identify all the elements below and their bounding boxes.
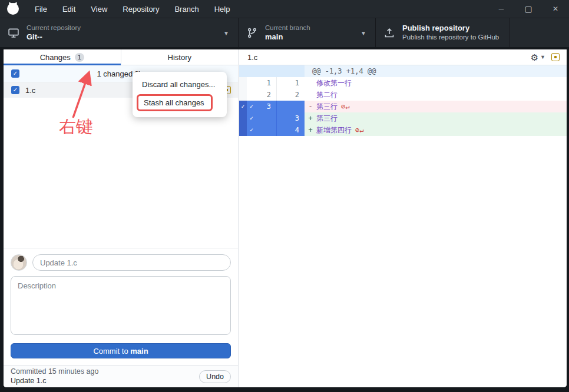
diff-code-text: 修改第一行 [316,77,352,89]
diff-hunk-header: @@ -1,3 +1,4 @@ [239,65,567,77]
diff-line-1: 11修改第一行 [239,77,567,89]
old-line-number: ✓ [247,124,276,136]
tab-changes[interactable]: Changes 1 [4,49,121,65]
diff-sign [305,89,316,101]
old-line-number: ✓3 [247,101,276,112]
file-checkbox[interactable]: ✓ [11,86,19,94]
diff-code-text: 第二行 [316,89,338,101]
old-line-number: 2 [247,89,276,101]
menu-view[interactable]: View [83,0,115,18]
repository-label: Current repository [27,24,81,32]
new-line-number: 4 [276,124,305,136]
commit-composer: Commit to main [4,248,238,358]
changes-count-badge: 1 [75,53,84,62]
toolbar: Current repository Git-- ▼ Current branc… [0,18,569,47]
old-line-number-value: 1 [267,77,276,89]
branch-name: main [265,32,310,42]
no-newline-marker-icon: ⊘↵ [341,101,349,112]
diff-line-5[interactable]: ✓4+新增第四行⊘↵ [239,124,567,136]
modified-status-icon [551,53,560,61]
current-repository-button[interactable]: Current repository Git-- ▼ [0,18,239,47]
repository-name: Git-- [27,32,81,42]
old-line-number: 1 [247,77,276,89]
old-line-number-value: 3 [267,101,276,112]
diff-line-4[interactable]: ✓3+第三行 [239,112,567,124]
undo-button[interactable]: Undo [199,370,231,383]
new-line-number: 3 [276,112,305,124]
context-menu-item-0[interactable]: Discard all changes... [133,77,227,92]
publish-title: Publish repository [402,24,499,33]
menu-help[interactable]: Help [207,0,238,18]
diff-sign: + [305,112,316,124]
upload-icon [383,27,395,39]
undo-commit-bar: Committed 15 minutes ago Update 1.c Undo [4,365,238,387]
user-avatar [11,254,27,271]
diff-line-content: +新增第四行⊘↵ [305,124,567,136]
diff-code-text: 第三行 [316,101,338,112]
diff-file-name: 1.c [247,53,257,62]
diff-code-text: 第三行 [316,112,338,124]
new-line-number: 1 [276,77,305,89]
new-line-number-value: 4 [295,124,305,136]
hunk-header-text: @@ -1,3 +1,4 @@ [305,65,567,77]
old-line-number-value [271,112,276,124]
gear-icon[interactable]: ⚙ [531,53,538,62]
line-select-stripe[interactable]: ✓ [239,101,247,112]
menu-edit[interactable]: Edit [55,0,83,18]
git-branch-icon [246,27,258,39]
diff-line-content: 修改第一行 [305,77,567,89]
old-line-number-value [271,124,276,136]
commit-status-text: Committed 15 minutes ago [11,367,98,377]
context-menu-item-1[interactable]: Stash all changes [137,94,213,111]
old-line-number: ✓ [247,112,276,124]
new-line-number: 2 [276,89,305,101]
line-select-stripe[interactable] [239,112,247,124]
line-select-stripe[interactable] [239,124,247,136]
window-controls: ─ ▢ ✕ [488,0,569,18]
file-name: 1.c [25,86,35,95]
panel-tabs: Changes 1 History [4,49,238,65]
menu-bar-items: FileEditViewRepositoryBranchHelp [27,0,237,18]
old-line-number-value: 2 [267,89,276,101]
commit-description-input[interactable] [11,276,231,335]
close-button[interactable]: ✕ [542,0,569,18]
diff-sign: + [305,124,316,136]
last-commit-message: Update 1.c [11,377,98,386]
no-newline-marker-icon: ⊘↵ [355,124,363,136]
new-line-number-value: 2 [295,89,305,101]
diff-sign: - [305,101,316,112]
diff-line-3[interactable]: ✓✓3-第三行⊘↵ [239,101,567,112]
commit-button[interactable]: Commit to main [11,343,231,358]
current-branch-button[interactable]: Current branch main ▼ [239,18,376,47]
new-line-number-value: 3 [295,112,305,124]
new-line-number-value [299,101,305,112]
tab-changes-label: Changes [40,53,71,62]
diff-sign [305,77,316,89]
menu-repository[interactable]: Repository [115,0,167,18]
publish-repository-button[interactable]: Publish repository Publish this reposito… [376,18,510,47]
diff-line-content: 第二行 [305,89,567,101]
line-included-check-icon[interactable]: ✓ [247,101,253,112]
commit-summary-input[interactable] [32,254,231,271]
title-bar: FileEditViewRepositoryBranchHelp ─ ▢ ✕ [0,0,569,18]
line-select-stripe [239,89,247,101]
menu-file[interactable]: File [27,0,55,18]
maximize-button[interactable]: ▢ [515,0,542,18]
diff-header: 1.c ⚙ ▼ [239,49,567,65]
minimize-button[interactable]: ─ [488,0,515,18]
commit-button-label: Commit to [93,347,128,356]
new-line-number-value: 1 [295,77,305,89]
chevron-down-icon[interactable]: ▼ [540,54,545,60]
hunk-gutter [239,65,305,77]
line-included-check-icon[interactable]: ✓ [247,112,253,124]
menu-branch[interactable]: Branch [167,0,206,18]
context-menu: Discard all changes...Stash all changes [133,72,227,117]
chevron-down-icon: ▼ [223,29,229,36]
line-included-check-icon[interactable]: ✓ [247,124,253,136]
tab-history[interactable]: History [121,49,239,65]
diff-lines: 11修改第一行22第二行✓✓3-第三行⊘↵✓3+第三行✓4+新增第四行⊘↵ [239,77,567,136]
diff-code-text: 新增第四行 [316,124,352,136]
file-list-empty-area [4,98,238,248]
branch-label: Current branch [265,24,310,32]
diff-line-content: +第三行 [305,112,567,124]
